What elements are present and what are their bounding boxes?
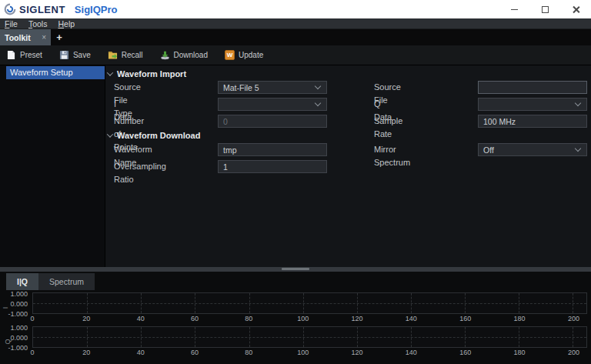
number-of-points-input-wrap: [218, 115, 327, 128]
gridline: [303, 327, 304, 347]
brand-logo-text: SIGLENT: [19, 4, 65, 15]
x-axis-labels: 020406080100120140160180200: [32, 314, 587, 324]
waveform-name-input[interactable]: [219, 145, 326, 155]
sidebar-item-waveform-setup[interactable]: Waveform Setup: [6, 66, 105, 79]
splitter-grip-icon[interactable]: [282, 268, 309, 270]
gridline: [303, 293, 304, 313]
iq-chart-q: 1.0000.000-1.000 Q 020406080100120140160…: [32, 326, 587, 358]
x-tick-label: 140: [406, 315, 417, 322]
preset-label: Preset: [20, 51, 42, 59]
sample-rate-input-wrap: [478, 115, 587, 128]
section-title: Waveform Import: [117, 69, 186, 78]
mirror-spectrum-label: Mirror Spectrum: [374, 143, 410, 169]
number-of-points-input[interactable]: [219, 117, 326, 126]
oversampling-ratio-label: Oversampling Ratio: [114, 160, 166, 186]
tab-spectrum[interactable]: Spectrum: [38, 273, 95, 290]
chevron-down-icon: [107, 69, 113, 75]
y-axis-labels: 1.0000.000-1.000: [0, 292, 29, 316]
x-tick-label: 160: [459, 315, 471, 322]
download-button[interactable]: Download: [160, 50, 208, 60]
x-tick-label: 60: [191, 349, 199, 356]
x-tick-label: 40: [137, 315, 145, 322]
x-tick-label: 0: [30, 349, 34, 356]
tab-close-icon[interactable]: ×: [42, 33, 46, 42]
x-tick-label: 140: [406, 349, 417, 356]
y-tick-label: 0.000: [10, 334, 28, 342]
chevron-down-icon: [575, 100, 581, 106]
oversampling-ratio-input-wrap: [218, 160, 327, 173]
recall-label: Recall: [122, 51, 143, 59]
maximize-button[interactable]: [529, 0, 560, 18]
x-tick-label: 200: [568, 349, 579, 356]
gridline: [411, 327, 412, 347]
gridline: [411, 293, 412, 313]
x-tick-label: 60: [191, 315, 199, 322]
gridline: [519, 327, 519, 347]
chevron-down-icon: [315, 83, 321, 89]
new-tab-button[interactable]: +: [51, 29, 68, 45]
chevron-down-icon: [107, 131, 113, 137]
gridline: [87, 327, 88, 347]
y-tick-label: 1.000: [10, 324, 28, 332]
recall-button[interactable]: Recall: [108, 50, 143, 60]
gridline: [519, 293, 519, 313]
preview-panel: I|Q Spectrum 1.0000.000-1.000 I 02040608…: [0, 272, 591, 364]
y-axis-title-q: Q: [4, 339, 12, 344]
plot-area-q: [32, 326, 587, 348]
y-axis-title-i: I: [2, 306, 9, 309]
save-button[interactable]: Save: [59, 50, 91, 60]
close-icon: [572, 5, 580, 14]
waveform-name-input-wrap: [218, 143, 327, 156]
tab-toolkit-label: Toolkit: [5, 33, 42, 42]
download-label: Download: [174, 51, 208, 59]
gridline: [195, 327, 195, 347]
close-button[interactable]: [560, 0, 591, 18]
x-tick-label: 160: [459, 349, 471, 356]
y-tick-label: 1.000: [10, 290, 28, 298]
i-data-select[interactable]: [218, 98, 327, 111]
gridline: [87, 293, 88, 313]
x-tick-label: 80: [245, 315, 252, 322]
titlebar: SIGLENT SigIQPro: [0, 0, 591, 18]
y-tick-label: -1.000: [8, 310, 28, 318]
gridline: [357, 293, 358, 313]
menu-help[interactable]: Help: [58, 19, 75, 28]
sigiqpro-window: SIGLENT SigIQPro File Tools Help Toolkit…: [0, 0, 591, 364]
update-label: Update: [239, 51, 263, 59]
mirror-spectrum-select[interactable]: Off: [478, 143, 587, 156]
gridline: [465, 293, 466, 313]
menu-tools[interactable]: Tools: [28, 19, 48, 28]
x-tick-label: 40: [137, 349, 145, 356]
x-tick-label: 100: [297, 315, 309, 322]
maximize-icon: [542, 6, 549, 13]
plot-area-i: [32, 292, 587, 314]
minimize-button[interactable]: [499, 0, 529, 18]
section-waveform-download[interactable]: Waveform Download: [108, 130, 200, 141]
tab-toolkit[interactable]: Toolkit ×: [0, 29, 51, 45]
gridline: [573, 327, 573, 347]
content-area: Waveform Setup Waveform Import Source Fi…: [0, 65, 591, 267]
section-waveform-import[interactable]: Waveform Import: [108, 68, 186, 79]
x-tick-label: 180: [514, 315, 526, 322]
menu-file[interactable]: File: [5, 19, 18, 28]
preset-button[interactable]: Preset: [6, 50, 42, 60]
source-file-input[interactable]: [479, 83, 586, 92]
gridline: [249, 327, 250, 347]
q-data-select[interactable]: [478, 98, 587, 111]
sample-rate-input[interactable]: [479, 117, 586, 126]
x-axis-labels: 020406080100120140160180200: [32, 348, 587, 358]
panel-splitter[interactable]: [0, 267, 591, 272]
floppy-icon: [59, 50, 69, 60]
update-badge-icon: W: [225, 50, 235, 60]
x-tick-label: 200: [568, 315, 579, 322]
gridline: [465, 327, 466, 347]
menu-bar: File Tools Help: [0, 18, 591, 29]
y-tick-label: 0.000: [10, 300, 28, 308]
gridline: [195, 293, 195, 313]
gridline: [141, 327, 142, 347]
oversampling-ratio-input[interactable]: [219, 162, 326, 172]
tab-iq[interactable]: I|Q: [6, 273, 38, 290]
update-button[interactable]: W Update: [225, 50, 263, 60]
document-tabbar: Toolkit × +: [0, 29, 591, 45]
source-file-type-select[interactable]: Mat-File 5: [218, 81, 327, 94]
